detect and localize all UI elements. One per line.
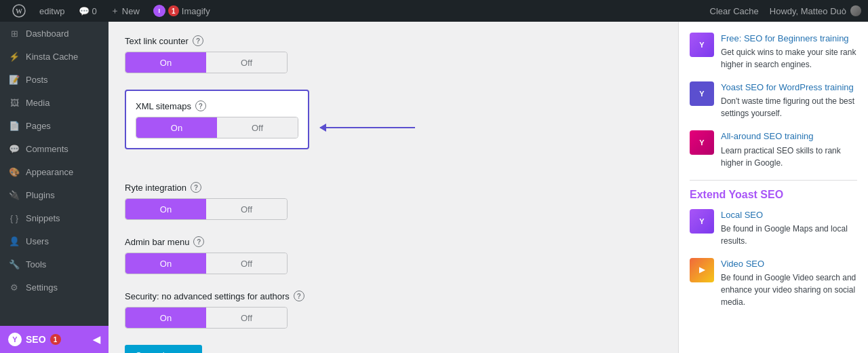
users-icon: 👤 <box>8 235 20 247</box>
sidebar-item-snippets-label: Snippets <box>26 213 60 223</box>
security-help-icon[interactable]: ? <box>294 291 304 301</box>
sidebar-item-posts[interactable]: 📝 Posts <box>0 68 108 91</box>
pages-icon: 📄 <box>8 119 20 132</box>
comment-count: 0 <box>92 6 97 16</box>
dashboard-icon: ⊞ <box>8 27 20 39</box>
sidebar-item-comments-label: Comments <box>26 144 68 154</box>
promo-link-wordpress[interactable]: Yoast SEO for WordPress training <box>721 82 854 92</box>
sidebar-item-dashboard[interactable]: ⊞ Dashboard <box>0 22 108 45</box>
admin-bar-menu-row: Admin bar menu ? On Off <box>125 236 532 274</box>
sidebar-item-posts-label: Posts <box>26 75 48 85</box>
sidebar-item-settings[interactable]: ⚙ Settings <box>0 276 108 299</box>
extension-desc-local-seo: Be found in Google Maps and local result… <box>721 223 857 247</box>
extension-icon-local-seo: Y <box>690 209 714 234</box>
comments-button[interactable]: 💬 0 <box>73 0 102 22</box>
comments-icon: 💬 <box>8 143 20 155</box>
sidebar-item-appearance-label: Appearance <box>26 167 73 177</box>
right-sidebar: Y Free: SEO for Beginners training Get q… <box>678 22 868 353</box>
promo-link-allaround[interactable]: All-around SEO training <box>721 131 814 141</box>
howdy-menu[interactable]: Howdy, Matteo Duò <box>770 5 861 16</box>
promo-link-beginners[interactable]: Free: SEO for Beginners training <box>721 33 849 43</box>
extension-link-video-seo[interactable]: Video SEO <box>721 259 764 269</box>
kinsta-icon: ⚡ <box>8 50 20 62</box>
sidebar-item-media[interactable]: 🖼 Media <box>0 91 108 114</box>
extension-link-local-seo[interactable]: Local SEO <box>721 210 763 220</box>
save-changes-button[interactable]: Save changes <box>125 345 202 353</box>
promo-item-wordpress: Y Yoast SEO for WordPress training Don't… <box>690 81 857 119</box>
sidebar-item-users-label: Users <box>26 236 49 246</box>
sidebar-item-users[interactable]: 👤 Users <box>0 229 108 253</box>
collapse-arrow-icon: ◀ <box>93 334 100 345</box>
promo-item-beginners: Y Free: SEO for Beginners training Get q… <box>690 33 857 71</box>
xml-sitemaps-label: XML sitemaps ? <box>136 100 298 111</box>
plugins-icon: 🔌 <box>8 189 20 201</box>
xml-sitemaps-toggle[interactable]: On Off <box>136 117 298 138</box>
admin-bar: W editwp 💬 0 ＋ New I 1 Imagify Clear Cac… <box>0 0 868 22</box>
ryte-integration-off-button[interactable]: Off <box>206 199 287 219</box>
admin-bar-menu-label: Admin bar menu ? <box>125 236 532 247</box>
sidebar-item-snippets[interactable]: { } Snippets <box>0 206 108 229</box>
sidebar-item-appearance[interactable]: 🎨 Appearance <box>0 160 108 183</box>
site-name-button[interactable]: editwp <box>34 0 71 22</box>
sidebar-item-comments[interactable]: 💬 Comments <box>0 137 108 160</box>
security-on-button[interactable]: On <box>125 308 206 328</box>
extension-desc-video-seo: Be found in Google Video search and enha… <box>721 272 857 308</box>
admin-bar-menu-off-button[interactable]: Off <box>206 253 287 274</box>
ryte-integration-on-button[interactable]: On <box>125 199 206 219</box>
xml-sitemaps-help-icon[interactable]: ? <box>195 100 206 111</box>
settings-icon: ⚙ <box>8 281 20 293</box>
main-content: Text link counter ? On Off XML sitemaps … <box>108 22 678 353</box>
ryte-integration-toggle[interactable]: On Off <box>125 198 288 220</box>
comment-icon: 💬 <box>79 6 90 16</box>
seo-label: SEO <box>26 334 46 345</box>
ryte-integration-label: Ryte integration ? <box>125 182 532 193</box>
promo-icon-allaround: Y <box>690 130 714 155</box>
settings-section: Text link counter ? On Off XML sitemaps … <box>125 35 532 353</box>
ryte-integration-help-icon[interactable]: ? <box>191 182 201 193</box>
xml-sitemaps-off-button[interactable]: Off <box>217 117 298 138</box>
xml-sitemaps-box: XML sitemaps ? On Off <box>125 90 309 149</box>
xml-sitemaps-on-button[interactable]: On <box>136 117 217 138</box>
promo-icon-beginners: Y <box>690 33 714 57</box>
avatar <box>850 5 861 16</box>
text-link-counter-off-button[interactable]: Off <box>206 52 287 73</box>
clear-cache-button[interactable]: Clear Cache <box>710 6 759 16</box>
text-link-counter-toggle[interactable]: On Off <box>125 52 288 73</box>
imagify-icon: I <box>153 5 165 17</box>
promo-icon-wordpress: Y <box>690 81 714 106</box>
sidebar-item-dashboard-label: Dashboard <box>26 29 69 39</box>
svg-text:W: W <box>16 7 22 15</box>
extend-section-title: Extend Yoast SEO <box>690 189 857 201</box>
sidebar-item-tools[interactable]: 🔧 Tools <box>0 253 108 276</box>
tools-icon: 🔧 <box>8 258 20 270</box>
imagify-label: Imagify <box>182 6 210 16</box>
imagify-button[interactable]: I 1 Imagify <box>148 0 216 22</box>
admin-bar-menu-on-button[interactable]: On <box>125 253 206 274</box>
promo-desc-wordpress: Don't waste time figuring out the best s… <box>721 95 857 119</box>
sidebar-divider <box>690 180 857 181</box>
sidebar-item-plugins[interactable]: 🔌 Plugins <box>0 183 108 206</box>
posts-icon: 📝 <box>8 73 20 86</box>
plus-icon: ＋ <box>111 5 119 17</box>
snippets-icon: { } <box>8 212 20 224</box>
new-button[interactable]: ＋ New <box>105 0 145 22</box>
sidebar-item-seo[interactable]: Y SEO 1 ◀ <box>0 326 108 353</box>
sidebar-item-tools-label: Tools <box>26 259 46 270</box>
sidebar-item-kinsta-cache[interactable]: ⚡ Kinsta Cache <box>0 45 108 68</box>
extension-item-local-seo: Y Local SEO Be found in Google Maps and … <box>690 209 857 247</box>
wp-logo-button[interactable]: W <box>7 0 31 22</box>
security-off-button[interactable]: Off <box>206 308 287 328</box>
text-link-counter-on-button[interactable]: On <box>125 52 206 73</box>
security-toggle[interactable]: On Off <box>125 307 288 329</box>
admin-bar-menu-toggle[interactable]: On Off <box>125 253 288 274</box>
sidebar-item-pages[interactable]: 📄 Pages <box>0 114 108 137</box>
imagify-badge: 1 <box>168 5 179 16</box>
howdy-label: Howdy, Matteo Duò <box>770 6 846 16</box>
text-link-counter-row: Text link counter ? On Off <box>125 35 532 73</box>
sidebar-item-pages-label: Pages <box>26 121 51 131</box>
text-link-counter-help-icon[interactable]: ? <box>193 35 203 46</box>
promo-desc-allaround: Learn practical SEO skills to rank highe… <box>721 145 857 169</box>
admin-bar-menu-help-icon[interactable]: ? <box>193 236 204 247</box>
promo-item-allaround: Y All-around SEO training Learn practica… <box>690 130 857 168</box>
sidebar-item-settings-label: Settings <box>26 282 58 293</box>
